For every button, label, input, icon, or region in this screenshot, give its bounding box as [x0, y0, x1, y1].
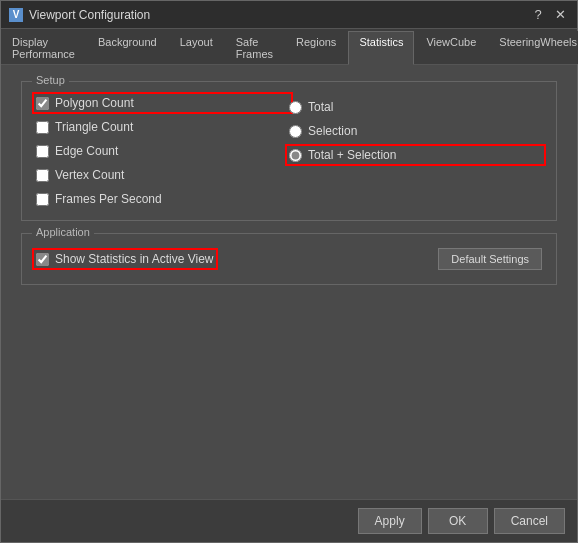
default-settings-button[interactable]: Default Settings [438, 248, 542, 270]
content-area: Setup Polygon Count Triangle Count [1, 65, 577, 499]
tab-layout[interactable]: Layout [169, 31, 224, 64]
checkboxes-column: Polygon Count Triangle Count Edge Count [36, 96, 289, 206]
fps-checkbox[interactable] [36, 193, 49, 206]
window-title: Viewport Configuration [29, 8, 150, 22]
title-bar-controls: ? ✕ [529, 6, 569, 24]
polygon-count-row: Polygon Count [36, 96, 289, 110]
application-group: Application Show Statistics in Active Vi… [21, 233, 557, 285]
setup-inner: Polygon Count Triangle Count Edge Count [36, 96, 542, 206]
polygon-count-checkbox[interactable] [36, 97, 49, 110]
total-selection-radio-row: Total + Selection [289, 148, 542, 162]
apply-button[interactable]: Apply [358, 508, 422, 534]
selection-radio-row: Selection [289, 124, 542, 138]
edge-count-row: Edge Count [36, 144, 289, 158]
polygon-count-label: Polygon Count [55, 96, 134, 110]
bottom-bar: Apply OK Cancel [1, 499, 577, 542]
radios-column: Total Selection Total + Selection [289, 96, 542, 206]
cancel-button[interactable]: Cancel [494, 508, 565, 534]
tab-viewcube[interactable]: ViewCube [415, 31, 487, 64]
ok-button[interactable]: OK [428, 508, 488, 534]
show-statistics-label: Show Statistics in Active View [55, 252, 214, 266]
vertex-count-checkbox[interactable] [36, 169, 49, 182]
app-inner: Show Statistics in Active View Default S… [36, 248, 542, 270]
show-statistics-row: Show Statistics in Active View [36, 252, 214, 266]
setup-group-title: Setup [32, 74, 69, 86]
show-statistics-checkbox[interactable] [36, 253, 49, 266]
help-button[interactable]: ? [529, 6, 547, 24]
triangle-count-label: Triangle Count [55, 120, 133, 134]
edge-count-checkbox[interactable] [36, 145, 49, 158]
fps-row: Frames Per Second [36, 192, 289, 206]
vertex-count-row: Vertex Count [36, 168, 289, 182]
tab-background[interactable]: Background [87, 31, 168, 64]
tab-regions[interactable]: Regions [285, 31, 347, 64]
total-label: Total [308, 100, 333, 114]
tab-steeringwheels[interactable]: SteeringWheels [488, 31, 578, 64]
total-radio-row: Total [289, 100, 542, 114]
tabs-bar: Display Performance Background Layout Sa… [1, 29, 577, 65]
tab-display-performance[interactable]: Display Performance [1, 31, 86, 64]
selection-label: Selection [308, 124, 357, 138]
title-bar: V Viewport Configuration ? ✕ [1, 1, 577, 29]
triangle-count-row: Triangle Count [36, 120, 289, 134]
total-radio[interactable] [289, 101, 302, 114]
fps-label: Frames Per Second [55, 192, 162, 206]
edge-count-label: Edge Count [55, 144, 118, 158]
total-selection-label: Total + Selection [308, 148, 396, 162]
close-button[interactable]: ✕ [551, 6, 569, 24]
viewport-configuration-window: V Viewport Configuration ? ✕ Display Per… [0, 0, 578, 543]
app-icon: V [9, 8, 23, 22]
selection-radio[interactable] [289, 125, 302, 138]
title-bar-left: V Viewport Configuration [9, 8, 150, 22]
total-selection-radio[interactable] [289, 149, 302, 162]
triangle-count-checkbox[interactable] [36, 121, 49, 134]
vertex-count-label: Vertex Count [55, 168, 124, 182]
setup-group: Setup Polygon Count Triangle Count [21, 81, 557, 221]
tab-statistics[interactable]: Statistics [348, 31, 414, 65]
application-group-title: Application [32, 226, 94, 238]
tab-safe-frames[interactable]: Safe Frames [225, 31, 284, 64]
